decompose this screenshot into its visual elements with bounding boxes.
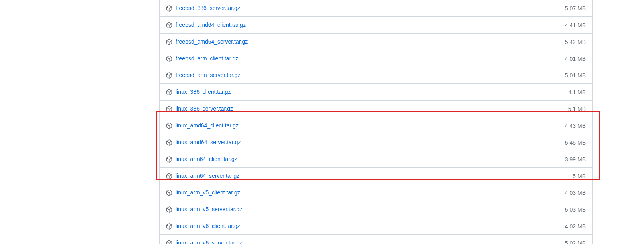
asset-size: 4.41 MB (565, 22, 586, 28)
asset-size: 4.03 MB (565, 190, 586, 196)
asset-row: linux_arm_v6_server.tar.gz 5.02 MB (160, 235, 592, 244)
asset-row: linux_arm_v6_client.tar.gz 4.02 MB (160, 218, 592, 235)
asset-row: freebsd_amd64_server.tar.gz 5.42 MB (160, 34, 592, 50)
package-icon (166, 156, 172, 163)
asset-list: freebsd_386_server.tar.gz 5.07 MB freebs… (159, 0, 593, 244)
asset-size: 5.03 MB (565, 206, 586, 213)
asset-link[interactable]: linux_arm_v6_server.tar.gz (176, 239, 242, 244)
asset-row: linux_arm64_server.tar.gz 5 MB (160, 168, 592, 184)
asset-size: 5 MB (573, 173, 586, 179)
asset-size: 5.07 MB (565, 5, 586, 12)
package-icon (166, 22, 172, 28)
asset-link[interactable]: linux_arm64_server.tar.gz (176, 172, 239, 180)
package-icon (166, 240, 172, 244)
asset-link[interactable]: linux_arm_v5_server.tar.gz (176, 205, 242, 214)
asset-left: linux_386_client.tar.gz (166, 88, 562, 96)
asset-link[interactable]: freebsd_arm_server.tar.gz (176, 71, 241, 79)
asset-size: 4.43 MB (565, 123, 586, 129)
asset-link[interactable]: freebsd_386_server.tar.gz (176, 4, 240, 12)
asset-row: linux_386_client.tar.gz 4.1 MB (160, 84, 592, 101)
asset-row: freebsd_amd64_client.tar.gz 4.41 MB (160, 17, 592, 34)
package-icon (166, 190, 172, 196)
package-icon (166, 173, 172, 179)
asset-link[interactable]: linux_386_client.tar.gz (176, 88, 231, 96)
asset-left: linux_386_server.tar.gz (166, 105, 562, 113)
package-icon (166, 223, 172, 230)
asset-size: 4.02 MB (565, 223, 586, 230)
asset-link[interactable]: freebsd_amd64_client.tar.gz (176, 21, 246, 29)
asset-size: 5.45 MB (565, 139, 586, 146)
asset-left: linux_amd64_server.tar.gz (166, 138, 559, 147)
asset-size: 4.1 MB (568, 89, 586, 95)
asset-row: linux_amd64_server.tar.gz 5.45 MB (160, 134, 592, 151)
asset-row: linux_amd64_client.tar.gz 4.43 MB (160, 117, 592, 134)
asset-size: 5.01 MB (565, 72, 586, 79)
package-icon (166, 56, 172, 62)
asset-link[interactable]: freebsd_arm_client.tar.gz (176, 54, 238, 63)
package-icon (166, 139, 172, 146)
asset-left: linux_arm_v5_client.tar.gz (166, 188, 559, 197)
asset-row: freebsd_arm_client.tar.gz 4.01 MB (160, 50, 592, 67)
asset-row: linux_arm_v5_server.tar.gz 5.03 MB (160, 201, 592, 218)
asset-left: freebsd_amd64_server.tar.gz (166, 38, 559, 46)
package-icon (166, 123, 172, 129)
asset-row: linux_arm_v5_client.tar.gz 4.03 MB (160, 184, 592, 201)
package-icon (166, 106, 172, 112)
asset-size: 5.1 MB (568, 106, 586, 112)
asset-link[interactable]: linux_amd64_client.tar.gz (176, 121, 239, 130)
asset-left: freebsd_arm_client.tar.gz (166, 54, 559, 63)
asset-left: linux_arm64_client.tar.gz (166, 155, 559, 163)
package-icon (166, 5, 172, 12)
asset-link[interactable]: linux_arm_v5_client.tar.gz (176, 188, 240, 197)
asset-row: freebsd_386_server.tar.gz 5.07 MB (160, 0, 592, 17)
asset-link[interactable]: linux_386_server.tar.gz (176, 105, 233, 113)
asset-size: 4.01 MB (565, 56, 586, 62)
asset-left: freebsd_amd64_client.tar.gz (166, 21, 559, 29)
asset-left: linux_arm_v6_client.tar.gz (166, 222, 559, 230)
asset-link[interactable]: linux_arm64_client.tar.gz (176, 155, 237, 163)
asset-size: 5.02 MB (565, 240, 586, 244)
asset-size: 5.42 MB (565, 39, 586, 45)
package-icon (166, 72, 172, 79)
asset-left: linux_arm64_server.tar.gz (166, 172, 566, 180)
asset-left: freebsd_386_server.tar.gz (166, 4, 559, 12)
asset-size: 3.99 MB (565, 156, 586, 163)
asset-row: freebsd_arm_server.tar.gz 5.01 MB (160, 67, 592, 84)
asset-left: freebsd_arm_server.tar.gz (166, 71, 559, 79)
asset-row: linux_386_server.tar.gz 5.1 MB (160, 101, 592, 117)
asset-left: linux_arm_v6_server.tar.gz (166, 239, 559, 244)
package-icon (166, 206, 172, 213)
asset-left: linux_arm_v5_server.tar.gz (166, 205, 559, 214)
asset-link[interactable]: freebsd_amd64_server.tar.gz (176, 38, 248, 46)
package-icon (166, 89, 172, 95)
asset-link[interactable]: linux_arm_v6_client.tar.gz (176, 222, 240, 230)
asset-row: linux_arm64_client.tar.gz 3.99 MB (160, 151, 592, 168)
asset-link[interactable]: linux_amd64_server.tar.gz (176, 138, 241, 147)
asset-left: linux_amd64_client.tar.gz (166, 121, 559, 130)
package-icon (166, 39, 172, 45)
